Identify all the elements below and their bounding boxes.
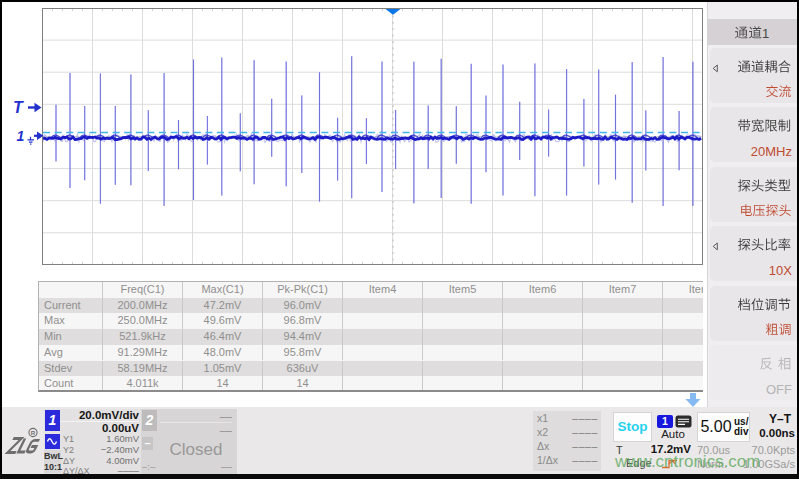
svg-text:R: R bbox=[31, 429, 36, 436]
svg-text:1: 1 bbox=[17, 128, 25, 144]
svg-text:T: T bbox=[13, 99, 24, 116]
